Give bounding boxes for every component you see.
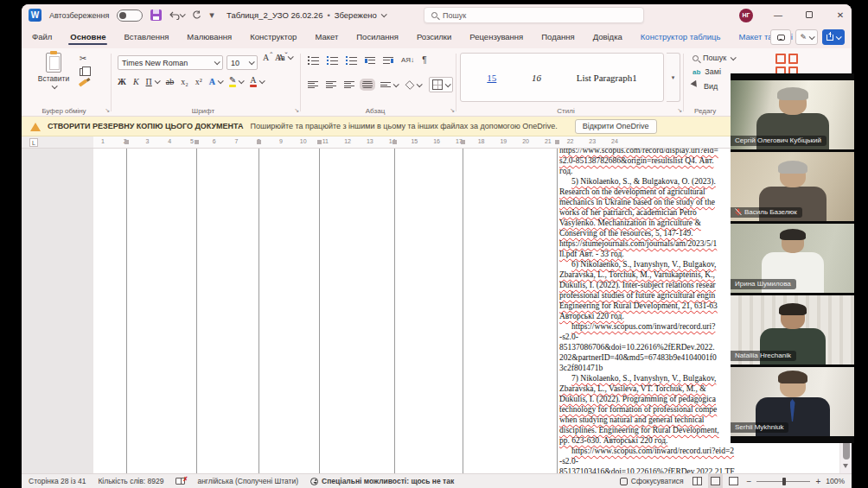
- multilevel-list-button[interactable]: [346, 55, 357, 65]
- tab-конструктор[interactable]: Конструктор: [250, 29, 297, 46]
- tab-рецензування[interactable]: Рецензування: [469, 29, 523, 46]
- open-onedrive-button[interactable]: Відкрити OneDrive: [575, 119, 657, 134]
- shading-button[interactable]: [405, 80, 415, 90]
- participant-tile[interactable]: Serhii Mykhniuk: [731, 367, 854, 436]
- change-case-button[interactable]: Aa: [275, 53, 285, 62]
- ruler-column-marker[interactable]: [195, 140, 199, 144]
- font-color-button[interactable]: А: [250, 75, 256, 87]
- tab-посилання[interactable]: Посилання: [356, 29, 399, 46]
- show-formatting-button[interactable]: ¶: [422, 55, 426, 65]
- find-button[interactable]: Пошук: [692, 54, 735, 62]
- select-button[interactable]: Вид: [692, 81, 735, 91]
- bullets-button[interactable]: [308, 55, 319, 65]
- participant-tile[interactable]: Nataliia Hrechanik: [731, 295, 854, 364]
- ruler-column-marker[interactable]: [124, 140, 129, 144]
- cut-button[interactable]: ✂: [80, 54, 86, 63]
- strikethrough-button[interactable]: ab: [166, 77, 174, 86]
- scrollbar-thumb[interactable]: [843, 440, 850, 459]
- autosave-toggle[interactable]: [117, 10, 143, 22]
- align-right-button[interactable]: [344, 81, 354, 89]
- bold-button[interactable]: Ж: [118, 77, 126, 86]
- font-name-combo[interactable]: Times New Roman: [118, 55, 223, 70]
- focus-mode-button[interactable]: Сфокусуватися: [620, 477, 684, 485]
- align-center-button[interactable]: [326, 81, 336, 89]
- zoom-in-button[interactable]: +: [815, 477, 820, 486]
- replace-button[interactable]: abЗамі: [692, 67, 735, 76]
- zoom-out-button[interactable]: −: [747, 477, 752, 486]
- comments-button[interactable]: [770, 29, 791, 45]
- text-effects-dropdown-icon[interactable]: [218, 78, 224, 84]
- zoom-slider-thumb[interactable]: [782, 478, 786, 485]
- tab-малювання[interactable]: Малювання: [187, 29, 232, 46]
- accessibility-status[interactable]: Спеціальні можливості: щось не так: [310, 477, 454, 485]
- customize-toolbar-icon[interactable]: ▾: [209, 10, 214, 21]
- tab-selector[interactable]: L: [29, 138, 38, 147]
- text-effects-button[interactable]: A: [209, 77, 215, 86]
- subscript-button[interactable]: x₂: [181, 77, 188, 86]
- highlight-color-button[interactable]: ✎: [229, 75, 236, 87]
- document-text-column[interactable]: https://www.scopus.com/record/display.ur…: [559, 149, 746, 473]
- italic-button[interactable]: К: [133, 77, 139, 86]
- sort-button[interactable]: АЯ↓: [401, 56, 414, 64]
- redo-button[interactable]: [192, 10, 201, 20]
- tab-вставлення[interactable]: Вставлення: [124, 29, 169, 46]
- grow-font-button[interactable]: Aˆ: [263, 53, 272, 62]
- font-color-dropdown-icon[interactable]: [258, 78, 265, 84]
- horizontal-ruler[interactable]: L 12345678910111213141516171819202122232…: [22, 136, 852, 149]
- paste-button[interactable]: Вставити: [35, 53, 72, 101]
- web-layout-button[interactable]: [729, 477, 738, 485]
- close-button[interactable]: ✕: [834, 10, 846, 20]
- minimize-button[interactable]: —: [772, 10, 784, 20]
- line-spacing-dropdown-icon[interactable]: [393, 81, 399, 87]
- tab-розсилки[interactable]: Розсилки: [417, 29, 451, 46]
- maximize-button[interactable]: [806, 11, 813, 18]
- justify-button[interactable]: [362, 81, 373, 89]
- tab-конструктор-таблиць[interactable]: Конструктор таблиць: [641, 29, 721, 46]
- participant-tile[interactable]: Василь Базелюк: [731, 152, 854, 221]
- proofing-errors-icon[interactable]: ✗: [176, 478, 185, 485]
- borders-button[interactable]: [429, 77, 453, 92]
- word-count[interactable]: Кількість слів: 8929: [98, 477, 163, 485]
- ruler-column-marker[interactable]: [555, 140, 559, 144]
- language-indicator[interactable]: англійська (Сполучені Штати): [197, 477, 298, 485]
- share-button[interactable]: [822, 29, 845, 45]
- underline-button[interactable]: П: [146, 77, 152, 86]
- change-case-dropdown-icon[interactable]: [287, 54, 293, 60]
- ruler-column-marker[interactable]: [461, 140, 465, 144]
- undo-button[interactable]: [169, 11, 184, 20]
- format-painter-button[interactable]: [79, 79, 87, 86]
- highlight-dropdown-icon[interactable]: [239, 78, 245, 84]
- font-dialog-launcher[interactable]: ↘: [294, 107, 299, 114]
- styles-dialog-launcher[interactable]: ↘: [677, 107, 682, 114]
- document-title-group[interactable]: Таблиця_2_УЗО 26.02.26 • Збережено: [227, 4, 386, 26]
- font-size-combo[interactable]: 10: [227, 55, 258, 70]
- align-left-button[interactable]: [308, 81, 318, 89]
- save-icon[interactable]: [150, 10, 162, 21]
- style-item[interactable]: List Paragraph1: [577, 73, 637, 83]
- participant-tile[interactable]: Сергій Олегович Кубіцький: [731, 80, 854, 149]
- style-item[interactable]: 15: [487, 73, 496, 83]
- tab-довідка[interactable]: Довідка: [593, 29, 622, 46]
- ruler-column-marker[interactable]: [393, 140, 397, 144]
- paragraph-dialog-launcher[interactable]: ↘: [450, 107, 455, 114]
- page-indicator[interactable]: Сторінка 28 із 41: [29, 477, 86, 485]
- style-item[interactable]: 16: [532, 73, 541, 83]
- account-avatar[interactable]: НГ: [739, 9, 753, 22]
- draw-mode-button[interactable]: ✎: [795, 29, 818, 45]
- copy-button[interactable]: [80, 68, 86, 76]
- ruler-column-marker[interactable]: [317, 140, 322, 144]
- underline-dropdown-icon[interactable]: [154, 78, 160, 84]
- read-mode-button[interactable]: [692, 477, 702, 485]
- shading-dropdown-icon[interactable]: [417, 81, 423, 87]
- zoom-slider[interactable]: [756, 481, 810, 482]
- zoom-level[interactable]: 100%: [826, 477, 845, 485]
- increase-indent-button[interactable]: [383, 56, 393, 65]
- clipboard-dialog-launcher[interactable]: ↘: [105, 107, 110, 114]
- print-layout-button[interactable]: [711, 477, 720, 485]
- tab-файл[interactable]: Файл: [32, 29, 52, 46]
- tab-макет[interactable]: Макет: [315, 29, 338, 46]
- search-box[interactable]: Пошук: [424, 7, 644, 23]
- participant-tile[interactable]: Ирина Шумилова: [731, 224, 854, 293]
- tab-основне[interactable]: Основне: [70, 29, 105, 46]
- superscript-button[interactable]: x²: [195, 77, 202, 86]
